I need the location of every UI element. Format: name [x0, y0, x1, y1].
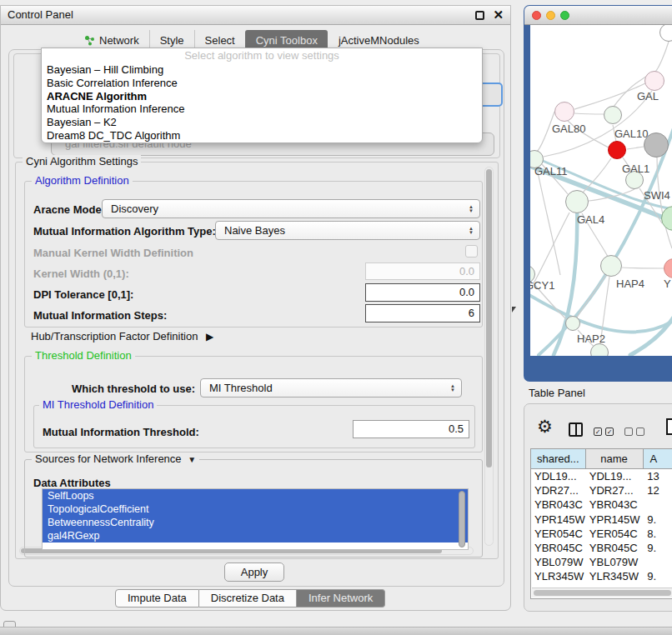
column-header-shared-name[interactable]: shared... [531, 449, 586, 468]
dropdown-item[interactable]: Basic Correlation Inference [42, 77, 482, 90]
network-view-window: GAL GAL80 GAL10 GAL1 GAL11 SWI4 GAL4 GCY… [524, 5, 672, 382]
dropdown-item-highlighted[interactable]: ARACNE Algorithm [42, 90, 482, 103]
list-item[interactable]: TopologicalCoefficient [43, 502, 468, 516]
node-label: GAL4 [577, 213, 604, 226]
table-row[interactable]: YPR145WYPR145W9. [531, 512, 672, 527]
collapse-down-icon[interactable]: ▼ [188, 455, 196, 464]
algorithm-definition-title: Algorithm Definition [32, 174, 133, 187]
apply-button[interactable]: Apply [224, 562, 284, 582]
which-threshold-combo[interactable]: MI Threshold ▲▼ [200, 378, 462, 398]
checkbox-checked-icon: ✓ [605, 428, 614, 436]
document-icon[interactable] [666, 418, 672, 435]
table-row[interactable]: YBL079WYBL079W [531, 555, 672, 569]
threshold-definition-group: Threshold Definition Which threshold to … [24, 356, 483, 452]
table-panel-title: Table Panel [529, 387, 585, 399]
mi-algorithm-type-combo[interactable]: Naive Bayes ▲▼ [215, 221, 480, 240]
aracne-mode-combo[interactable]: Discovery ▲▼ [102, 199, 480, 218]
scrollbar-thumb[interactable] [459, 491, 465, 548]
manual-kernel-width-label: Manual Kernel Width Definition [33, 247, 193, 259]
data-attributes-list: SelfLoops TopologicalCoefficient Between… [42, 488, 469, 550]
table-header-row: shared... name A [531, 449, 672, 469]
node-label: GCY1 [530, 279, 554, 292]
mi-steps-input[interactable]: 6 [365, 304, 480, 322]
table-panel: ⚙ ✓ ✓ shared... name A YDL19...YDL19...1… [524, 403, 672, 612]
network-node-gal10[interactable] [604, 106, 622, 124]
tab-infer-network[interactable]: Infer Network [297, 589, 385, 608]
table-row[interactable]: YBR043CYBR043C [531, 498, 672, 512]
network-node[interactable] [644, 71, 664, 91]
manual-kernel-width-checkbox[interactable] [465, 245, 478, 258]
node-label: SWI4 [644, 189, 670, 202]
network-node-gal1-red[interactable] [608, 141, 626, 159]
kernel-width-input[interactable]: 0.0 [365, 262, 480, 280]
spinner-icon: ▲▼ [469, 227, 474, 235]
network-node[interactable] [590, 343, 609, 356]
node-label: GAL1 [622, 162, 649, 175]
list-scrollbar[interactable] [458, 491, 466, 548]
hub-transcription-factor-row[interactable]: Hub/Transcription Factor Definition ▶ [31, 330, 213, 342]
scrollbar-thumb[interactable] [534, 590, 671, 596]
mi-threshold-definition-group: MI Threshold Definition Mutual Informati… [33, 405, 475, 448]
dropdown-item[interactable]: Bayesian – K2 [42, 116, 482, 129]
tab-impute-data[interactable]: Impute Data [115, 589, 199, 608]
dpi-tolerance-input[interactable]: 0.0 [365, 283, 480, 302]
table-row[interactable]: YBR045CYBR045C9. [531, 541, 672, 555]
sources-title-row[interactable]: Sources for Network Inference ▼ [32, 452, 199, 465]
unchecked-columns-icon[interactable] [624, 428, 644, 436]
network-node-hap2[interactable] [565, 316, 580, 331]
table-row[interactable]: YER054CYER054C8. [531, 527, 672, 541]
threshold-definition-title: Threshold Definition [32, 349, 135, 362]
dropdown-placeholder: Select algorithm to view settings [42, 48, 482, 63]
mouse-cursor [512, 307, 516, 312]
dropdown-item[interactable]: Bayesian – Hill Climbing [42, 63, 482, 77]
table-row[interactable]: YDR27...YDR27...12 [531, 483, 672, 498]
screen: Control Panel ✕ Network Style Select Cyn… [0, 0, 672, 635]
mi-algorithm-type-label: Mutual Information Algorithm Type: [33, 225, 216, 238]
kernel-width-label: Kernel Width (0,1): [33, 268, 129, 280]
float-window-icon[interactable] [475, 11, 484, 20]
spinner-icon: ▲▼ [450, 384, 455, 392]
algorithm-dropdown-popup: Select algorithm to view settings Bayesi… [41, 48, 483, 143]
control-panel-window: Control Panel ✕ Network Style Select Cyn… [0, 5, 511, 611]
dpi-tolerance-label: DPI Tolerance [0,1]: [33, 288, 133, 301]
tab-network-label: Network [99, 34, 139, 47]
aracne-mode-label: Aracne Mode: [33, 203, 105, 216]
bottom-status-bar [0, 627, 672, 635]
checked-columns-icon[interactable]: ✓ ✓ [594, 428, 614, 436]
network-node-hap4[interactable] [600, 255, 622, 277]
sources-group: Sources for Network Inference ▼ Data Att… [24, 459, 483, 558]
network-window-titlebar [524, 6, 672, 25]
settings-vertical-scrollbar[interactable] [484, 167, 494, 546]
node-label: HAP2 [577, 332, 605, 345]
table-row[interactable]: YLR345WYLR345W9. [531, 569, 672, 583]
tab-discretize-data[interactable]: Discretize Data [199, 589, 297, 608]
list-item[interactable]: SelfLoops [43, 489, 468, 502]
mi-threshold-input[interactable]: 0.5 [353, 420, 469, 438]
network-node-gal80[interactable] [554, 102, 574, 122]
dropdown-item[interactable]: Dream8 DC_TDC Algorithm [42, 129, 482, 142]
scrollbar-thumb[interactable] [486, 169, 492, 468]
control-panel-titlebar: Control Panel ✕ [1, 6, 510, 25]
spinner-icon: ▲▼ [469, 205, 474, 213]
minimize-traffic-light[interactable] [546, 11, 555, 20]
table-row[interactable]: YDL19...YDL19...13 [531, 469, 672, 483]
zoom-traffic-light[interactable] [560, 11, 569, 20]
list-item[interactable]: gal4RGexp [43, 529, 468, 542]
dropdown-item[interactable]: Mutual Information Inference [42, 102, 482, 116]
checkbox-unchecked-icon [636, 428, 644, 436]
network-canvas[interactable]: GAL GAL80 GAL10 GAL1 GAL11 SWI4 GAL4 GCY… [530, 25, 672, 356]
gear-icon[interactable]: ⚙ [537, 417, 553, 437]
network-node-gal4[interactable] [565, 190, 589, 213]
close-traffic-light[interactable] [532, 11, 541, 20]
tab-style-label: Style [160, 34, 184, 47]
expand-right-icon[interactable]: ▶ [206, 331, 213, 342]
node-label: GAL80 [552, 122, 585, 135]
mi-algorithm-type-value: Naive Bayes [216, 224, 469, 237]
column-header-name[interactable]: name [586, 449, 644, 468]
split-columns-icon[interactable] [569, 422, 583, 437]
list-item[interactable]: BetweennessCentrality [43, 516, 468, 529]
column-header-partial[interactable]: A [644, 449, 672, 468]
node-label: GAL10 [614, 128, 648, 140]
close-icon[interactable]: ✕ [493, 8, 504, 22]
table-horizontal-scrollbar[interactable] [532, 588, 672, 598]
